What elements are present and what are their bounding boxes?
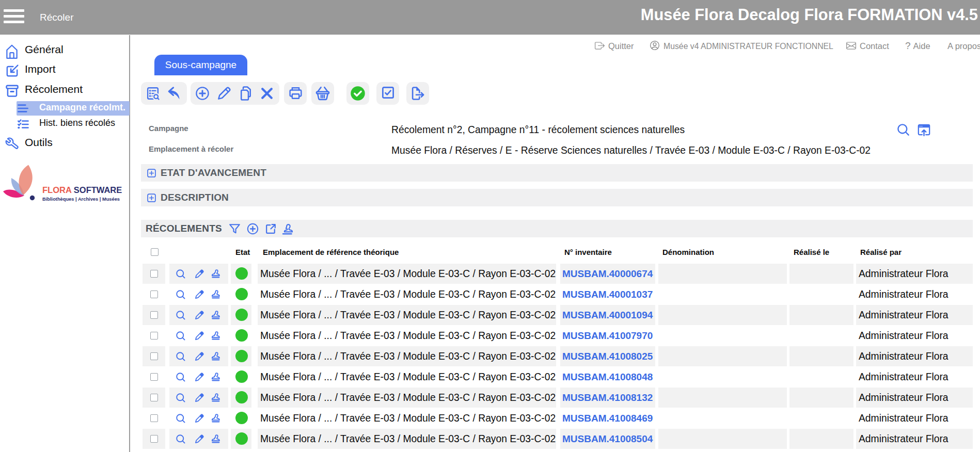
svg-text:FLORA SOFTWARE: FLORA SOFTWARE <box>42 185 122 195</box>
svg-text:Bibliothèques | Archives | Mus: Bibliothèques | Archives | Musées <box>42 197 120 202</box>
